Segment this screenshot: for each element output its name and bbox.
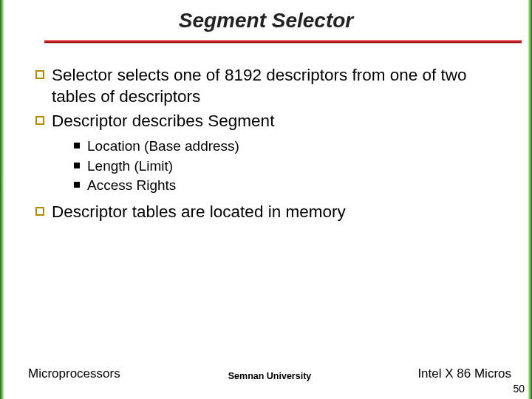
sub-bullet-item: Length (Limit)	[74, 157, 508, 175]
decoration-right-edge	[528, 0, 532, 399]
bullet-item: Descriptor tables are located in memory	[35, 202, 508, 223]
sub-bullet-text: Location (Base address)	[87, 137, 239, 155]
bullet-text: Descriptor describes Segment	[52, 111, 274, 132]
sub-bullet-item: Location (Base address)	[74, 137, 508, 155]
footer-right: Intel X 86 Micros	[417, 366, 511, 381]
decoration-left-edge	[0, 0, 4, 399]
title-underline	[44, 40, 522, 44]
bullet-text: Selector selects one of 8192 descriptors…	[52, 65, 508, 108]
slide: Segment Selector Selector selects one of…	[0, 0, 532, 399]
content-area: Selector selects one of 8192 descriptors…	[35, 65, 508, 226]
bullet-item: Descriptor describes Segment	[35, 111, 508, 132]
filled-square-bullet-icon	[74, 182, 80, 188]
sub-bullet-text: Length (Limit)	[87, 157, 173, 175]
page-number: 50	[513, 383, 525, 395]
bullet-item: Selector selects one of 8192 descriptors…	[35, 65, 508, 108]
filled-square-bullet-icon	[74, 163, 80, 168]
hollow-square-bullet-icon	[35, 116, 44, 125]
title-wrap: Segment Selector	[0, 9, 532, 33]
sub-bullet-list: Location (Base address) Length (Limit) A…	[74, 137, 508, 194]
sub-bullet-text: Access Rights	[87, 177, 176, 194]
filled-square-bullet-icon	[74, 143, 80, 149]
bullet-text: Descriptor tables are located in memory	[52, 202, 346, 223]
footer: Microprocessors Semnan University Intel …	[28, 366, 511, 381]
footer-left: Microprocessors	[28, 366, 120, 381]
footer-center: Semnan University	[228, 371, 312, 381]
title-underline-bar	[44, 40, 522, 43]
sub-bullet-item: Access Rights	[74, 177, 508, 194]
hollow-square-bullet-icon	[35, 70, 44, 79]
slide-title: Segment Selector	[0, 9, 532, 33]
hollow-square-bullet-icon	[35, 207, 44, 216]
